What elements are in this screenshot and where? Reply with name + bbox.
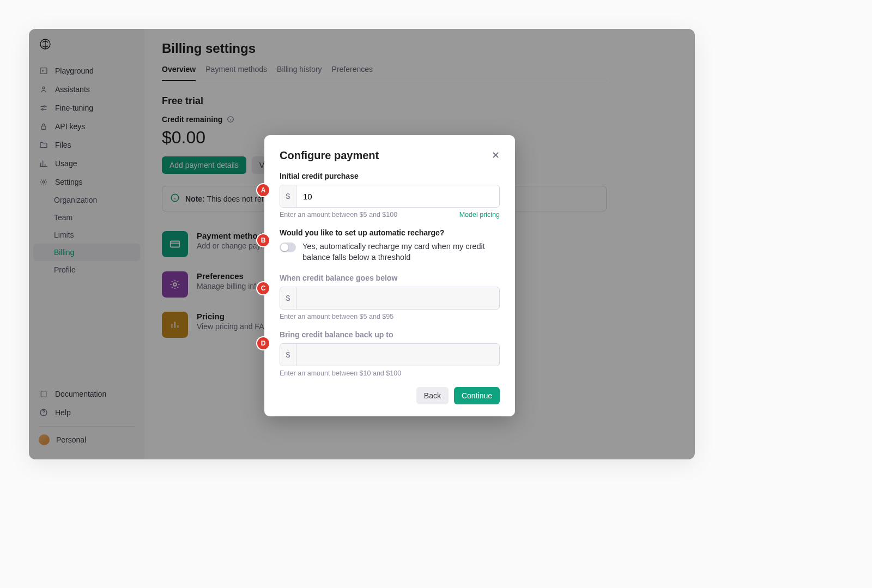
modal-title: Configure payment bbox=[280, 149, 379, 162]
annotation-marker-b: B bbox=[257, 234, 269, 246]
threshold-label: When credit balance goes below bbox=[280, 274, 500, 282]
initial-credit-hint: Enter an amount between $5 and $100 bbox=[280, 211, 397, 219]
currency-prefix: $ bbox=[280, 344, 296, 366]
initial-credit-input[interactable] bbox=[296, 185, 499, 207]
close-icon[interactable]: ✕ bbox=[492, 149, 500, 161]
topup-label: Bring credit balance back up to bbox=[280, 330, 500, 339]
annotation-marker-c: C bbox=[257, 282, 269, 294]
configure-payment-modal: Configure payment ✕ Initial credit purch… bbox=[264, 135, 515, 416]
back-button[interactable]: Back bbox=[416, 387, 449, 404]
currency-prefix: $ bbox=[280, 287, 296, 309]
annotation-marker-a: A bbox=[257, 184, 269, 196]
topup-hint: Enter an amount between $10 and $100 bbox=[280, 369, 401, 377]
threshold-input-wrap: $ bbox=[280, 287, 500, 310]
app-window: Playground Assistants Fine-tuning API ke… bbox=[29, 29, 695, 459]
currency-prefix: $ bbox=[280, 185, 296, 207]
continue-button[interactable]: Continue bbox=[454, 387, 500, 404]
model-pricing-link[interactable]: Model pricing bbox=[459, 211, 500, 219]
auto-recharge-toggle[interactable] bbox=[280, 243, 296, 252]
topup-input-wrap: $ bbox=[280, 343, 500, 366]
initial-credit-label: Initial credit purchase bbox=[280, 172, 500, 180]
auto-recharge-description: Yes, automatically recharge my card when… bbox=[302, 241, 500, 263]
annotation-marker-d: D bbox=[257, 337, 269, 349]
auto-recharge-label: Would you like to set up automatic recha… bbox=[280, 228, 500, 237]
threshold-hint: Enter an amount between $5 and $95 bbox=[280, 313, 393, 320]
threshold-input[interactable] bbox=[296, 287, 499, 309]
initial-credit-input-wrap: $ bbox=[280, 185, 500, 208]
topup-input[interactable] bbox=[296, 344, 499, 366]
